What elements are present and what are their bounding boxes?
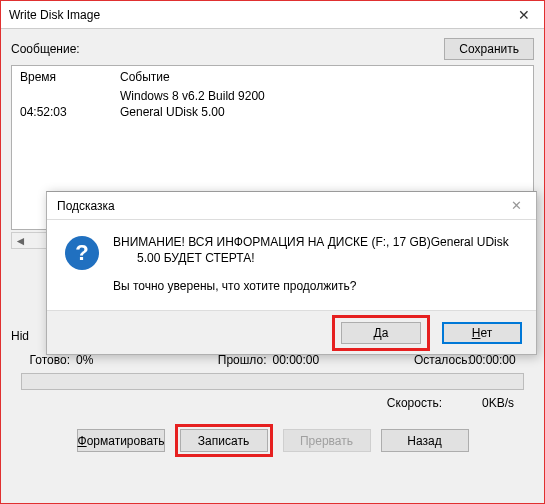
elapsed-value: 00:00:00 <box>273 353 328 367</box>
window-title: Write Disk Image <box>9 8 504 22</box>
message-label: Сообщение: <box>11 42 444 56</box>
yes-highlight: Да <box>332 315 430 351</box>
abort-button: Прервать <box>283 429 371 452</box>
log-time-cell <box>20 88 120 104</box>
write-highlight: Записать <box>175 424 273 457</box>
dialog-line2: 5.00 БУДЕТ СТЕРТА! <box>113 250 509 266</box>
button-row: Форматировать Записать Прервать Назад <box>11 416 534 467</box>
log-rows: Windows 8 v6.2 Build 9200 04:52:03 Gener… <box>12 88 533 120</box>
log-header: Время Событие <box>12 70 533 88</box>
confirm-dialog: Подсказка ✕ ? ВНИМАНИЕ! ВСЯ ИНФОРМАЦИЯ Н… <box>46 191 537 355</box>
yes-button[interactable]: Да <box>341 322 421 344</box>
no-button[interactable]: Нет <box>442 322 522 344</box>
dialog-titlebar: Подсказка ✕ <box>47 192 536 220</box>
percent-value: 0% <box>76 353 131 367</box>
log-row: 04:52:03 General UDisk 5.00 <box>20 104 525 120</box>
dialog-title: Подсказка <box>57 199 502 213</box>
remaining-value: 00:00:00 <box>469 353 524 367</box>
log-event-cell: General UDisk 5.00 <box>120 104 525 120</box>
dialog-close-icon[interactable]: ✕ <box>502 198 530 213</box>
log-event-cell: Windows 8 v6.2 Build 9200 <box>120 88 525 104</box>
write-button[interactable]: Записать <box>180 429 268 452</box>
elapsed-label: Прошло: <box>218 353 273 367</box>
log-header-event: Событие <box>120 70 525 84</box>
log-row: Windows 8 v6.2 Build 9200 <box>20 88 525 104</box>
dialog-button-row: Да Нет <box>47 310 536 354</box>
dialog-text: ВНИМАНИЕ! ВСЯ ИНФОРМАЦИЯ НА ДИСКЕ (F:, 1… <box>113 234 509 304</box>
dialog-body: ? ВНИМАНИЕ! ВСЯ ИНФОРМАЦИЯ НА ДИСКЕ (F:,… <box>47 220 536 310</box>
message-row: Сообщение: Сохранить <box>11 37 534 61</box>
dialog-line1: ВНИМАНИЕ! ВСЯ ИНФОРМАЦИЯ НА ДИСКЕ (F:, 1… <box>113 234 509 250</box>
titlebar: Write Disk Image ✕ <box>1 1 544 29</box>
speed-value: 0KB/s <box>482 396 514 410</box>
question-icon: ? <box>65 236 99 270</box>
dialog-question: Вы точно уверены, что хотите продолжить? <box>113 278 509 294</box>
log-header-time: Время <box>20 70 120 84</box>
log-time-cell: 04:52:03 <box>20 104 120 120</box>
speed-row: Скорость: 0KB/s <box>11 390 534 416</box>
ready-label: Готово: <box>21 353 76 367</box>
format-button[interactable]: Форматировать <box>77 429 165 452</box>
speed-label: Скорость: <box>387 396 442 410</box>
progress-bar <box>21 373 524 390</box>
scroll-left-icon[interactable]: ◄ <box>12 233 29 248</box>
save-button[interactable]: Сохранить <box>444 38 534 60</box>
close-icon[interactable]: ✕ <box>504 1 544 29</box>
back-button[interactable]: Назад <box>381 429 469 452</box>
remaining-label: Осталось: <box>414 353 469 367</box>
